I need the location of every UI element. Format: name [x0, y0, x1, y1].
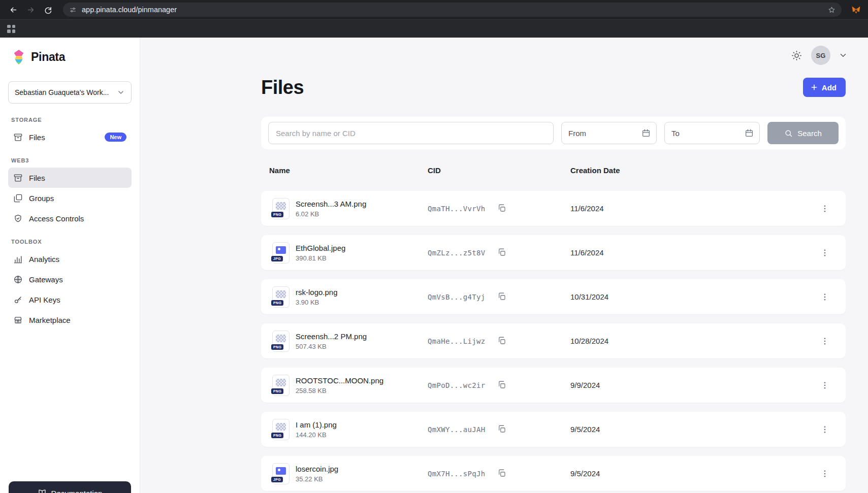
copy-cid-button[interactable]	[497, 292, 507, 302]
file-ext-badge: JPG	[271, 256, 283, 261]
column-header-name: Name	[269, 166, 428, 175]
creation-date: 9/5/2024	[570, 469, 818, 478]
sidebar-item-marketplace[interactable]: Marketplace	[8, 310, 132, 330]
date-from-field[interactable]	[561, 122, 657, 144]
date-to-input[interactable]	[671, 129, 741, 138]
file-name: rsk-logo.png	[296, 288, 338, 297]
main-panel: SG Files Add	[140, 38, 868, 493]
file-size: 258.58 KB	[296, 387, 383, 395]
workspace-selector[interactable]: Sebastian Guaqueta's Work...	[8, 81, 132, 104]
new-badge: New	[105, 133, 126, 142]
table-row[interactable]: PNG I am (1).png144.20 KB QmXWY...auJAH …	[261, 412, 846, 447]
plus-icon	[810, 83, 818, 91]
copy-cid-button[interactable]	[497, 380, 507, 390]
creation-date: 11/6/2024	[570, 204, 818, 213]
table-row[interactable]: JPG losercoin.jpg35.22 KB QmX7H...sPqJh …	[261, 456, 846, 491]
creation-date: 10/28/2024	[570, 337, 818, 345]
pinata-logo-text: Pinata	[31, 50, 65, 64]
search-button-label: Search	[797, 129, 822, 138]
row-menu-button[interactable]	[818, 467, 831, 480]
row-menu-button[interactable]	[818, 246, 831, 259]
file-type-icon: PNG	[272, 198, 290, 219]
calendar-icon[interactable]	[745, 128, 754, 138]
row-menu-button[interactable]	[818, 202, 831, 215]
site-settings-icon[interactable]	[69, 6, 77, 14]
sidebar-item-analytics[interactable]: Analytics	[8, 249, 132, 269]
file-name: EthGlobal.jpeg	[296, 244, 345, 252]
metamask-fox-icon	[851, 5, 861, 15]
date-to-field[interactable]	[664, 122, 760, 144]
reload-button[interactable]	[41, 3, 55, 17]
copy-cid-button[interactable]	[497, 204, 507, 214]
row-menu-button[interactable]	[818, 379, 831, 392]
search-button[interactable]: Search	[767, 122, 839, 144]
file-size: 3.90 KB	[296, 299, 338, 306]
bookmark-star-icon[interactable]	[828, 6, 835, 14]
file-cid: QmaHe...Lijwz	[428, 337, 485, 345]
file-ext-badge: PNG	[271, 300, 283, 306]
file-size: 6.02 KB	[296, 210, 366, 218]
shield-check-icon	[13, 214, 23, 223]
file-size: 35.22 KB	[296, 475, 338, 483]
sidebar-item-api-keys[interactable]: API Keys	[8, 289, 132, 310]
pinata-app: Pinata Sebastian Guaqueta's Work... STOR…	[0, 38, 868, 493]
page-header: Files Add	[261, 76, 846, 98]
forward-button[interactable]	[23, 3, 38, 17]
sidebar: Pinata Sebastian Guaqueta's Work... STOR…	[0, 38, 140, 493]
file-cid: QmX7H...sPqJh	[428, 470, 485, 478]
search-input[interactable]	[268, 122, 554, 144]
row-menu-button[interactable]	[818, 290, 831, 304]
creation-date: 10/31/2024	[570, 292, 818, 301]
row-menu-button[interactable]	[818, 335, 831, 348]
sidebar-item-groups[interactable]: Groups	[8, 188, 132, 208]
table-row[interactable]: PNG ROOTSTOC...MOON.png258.58 KB QmPoD..…	[261, 368, 846, 403]
key-icon	[13, 295, 23, 305]
file-name: I am (1).png	[296, 420, 337, 429]
file-name: ROOTSTOC...MOON.png	[296, 376, 383, 385]
file-ext-badge: JPG	[271, 477, 283, 482]
table-row[interactable]: PNG rsk-logo.png3.90 KB QmVsB...g4Tyj 10…	[261, 279, 846, 314]
creation-date: 9/9/2024	[570, 381, 818, 389]
extension-button[interactable]	[850, 4, 862, 16]
apps-grid-icon[interactable]	[7, 25, 15, 33]
search-icon	[784, 129, 793, 138]
column-header-cid: CID	[428, 166, 570, 175]
forward-arrow-icon	[26, 6, 35, 14]
globe-icon	[13, 275, 23, 284]
file-type-icon: JPG	[272, 463, 290, 484]
table-row[interactable]: PNG Screensh...2 PM.png507.43 KB QmaHe..…	[261, 323, 846, 358]
sidebar-item-files-web3[interactable]: Files	[8, 168, 132, 188]
pinata-logo[interactable]: Pinata	[8, 45, 132, 69]
file-name: Screensh...2 PM.png	[296, 332, 367, 341]
table-row[interactable]: JPG EthGlobal.jpeg390.81 KB QmZLz...z5t8…	[261, 235, 846, 270]
copy-cid-button[interactable]	[497, 469, 507, 479]
section-label-toolbox: TOOLBOX	[11, 239, 128, 245]
url-text[interactable]: app.pinata.cloud/pinmanager	[82, 6, 823, 14]
sidebar-item-files-storage[interactable]: Files New	[8, 127, 132, 147]
file-size: 144.20 KB	[296, 431, 337, 439]
sidebar-item-label: Marketplace	[29, 316, 71, 324]
file-size: 507.43 KB	[296, 343, 367, 350]
storefront-icon	[13, 315, 23, 325]
documentation-button[interactable]: Documentation	[9, 481, 131, 493]
row-menu-button[interactable]	[818, 423, 831, 436]
stacked-squares-icon	[13, 193, 23, 203]
sidebar-item-gateways[interactable]: Gateways	[8, 269, 132, 289]
copy-cid-button[interactable]	[497, 424, 507, 435]
section-label-web3: WEB3	[11, 157, 128, 163]
book-icon	[38, 488, 47, 493]
copy-cid-button[interactable]	[497, 248, 507, 258]
table-row[interactable]: PNG Screensh...3 AM.png6.02 KB QmaTH...V…	[261, 191, 846, 226]
documentation-label: Documentation	[51, 489, 103, 493]
file-ext-badge: PNG	[271, 344, 283, 350]
back-arrow-icon	[9, 6, 18, 14]
file-ext-badge: PNG	[271, 388, 283, 394]
bar-chart-icon	[13, 254, 23, 264]
add-button[interactable]: Add	[803, 78, 846, 97]
sidebar-item-access-controls[interactable]: Access Controls	[8, 208, 132, 228]
date-from-input[interactable]	[568, 129, 637, 138]
calendar-icon[interactable]	[641, 128, 651, 138]
address-bar[interactable]: app.pinata.cloud/pinmanager	[63, 3, 842, 17]
copy-cid-button[interactable]	[497, 336, 507, 346]
back-button[interactable]	[6, 3, 20, 17]
